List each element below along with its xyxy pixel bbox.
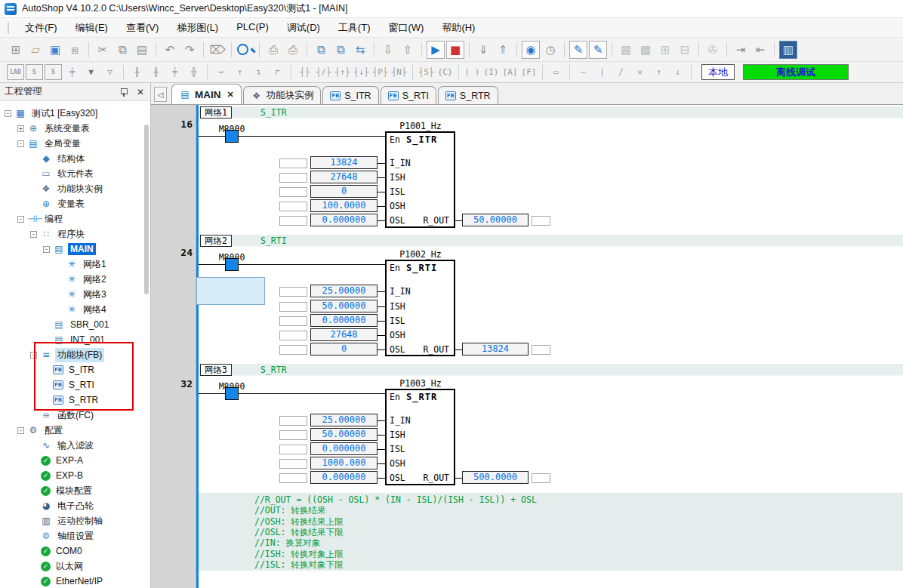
window-export-icon[interactable]: ⧉ — [331, 41, 350, 59]
input-value-box[interactable]: 0 — [310, 185, 378, 198]
coil-out-icon[interactable]: ( ) — [464, 64, 481, 80]
input-value-box[interactable]: 0.000000 — [310, 214, 378, 226]
input-handle-box[interactable] — [279, 345, 307, 355]
tree-item-network-3[interactable]: ✳网络3 — [0, 287, 150, 302]
tree-item-module-config[interactable]: ✓模块配置 — [0, 483, 150, 498]
input-value-box[interactable]: 25.00000 — [310, 285, 378, 297]
tree-expander-icon[interactable]: - — [30, 231, 37, 238]
draw-vline-icon[interactable]: | — [593, 64, 611, 80]
local-button[interactable]: 本地 — [701, 64, 735, 80]
clear-coil-icon[interactable]: {C} — [436, 64, 454, 80]
new-file-icon[interactable]: ⊞ — [7, 41, 25, 59]
row-spread-icon[interactable]: ⊞ — [656, 41, 674, 59]
tree-item-e-cam[interactable]: ◕电子凸轮 — [0, 498, 150, 513]
tree-item-ethernet[interactable]: ✓以太网 — [0, 559, 150, 574]
function-block[interactable]: EnS_ITRI_INISHISLOSHOSLR_OUT — [385, 131, 455, 228]
tree-item-program-blocks[interactable]: -∷程序块 — [0, 226, 150, 242]
branch-open-icon[interactable]: ╂ — [128, 64, 146, 80]
tree-expander-icon[interactable]: - — [30, 352, 37, 359]
tab-s-rti[interactable]: FBS_RTI — [381, 86, 436, 104]
tree-item-project-root[interactable]: -▦测试1 [Easy320] — [0, 106, 150, 121]
trace-icon[interactable]: ◷ — [541, 41, 559, 59]
tree-item-network-2[interactable]: ✳网络2 — [0, 272, 150, 287]
function-block[interactable]: EnS_RTRI_INISHISLOSHOSLR_OUT — [385, 389, 455, 485]
tree-expander-icon[interactable]: + — [17, 125, 24, 132]
tree-item-system-var-table[interactable]: +⊕系统变量表 — [0, 121, 150, 136]
print-preview-icon[interactable]: ⎙ — [264, 41, 282, 59]
contact-m8000[interactable] — [225, 130, 239, 143]
tree-item-exp-b[interactable]: ✓EXP-B — [0, 468, 150, 483]
contact-closed-icon[interactable]: ┤/├ — [315, 64, 332, 80]
tree-item-fc-folder[interactable]: ≡函数(FC) — [0, 408, 150, 423]
tree-item-var-table[interactable]: ⊕变量表 — [0, 196, 150, 211]
tree-scrollbar[interactable] — [144, 125, 149, 294]
download-list-icon[interactable]: ⇩ — [379, 41, 397, 59]
input-handle-box[interactable] — [279, 473, 307, 483]
download-icon[interactable]: ⇓ — [474, 41, 492, 59]
contact-n-icon[interactable]: ┤N├ — [390, 64, 408, 80]
tree-item-global-vars[interactable]: -▤全局变量 — [0, 136, 150, 151]
tree-item-config[interactable]: -⚙配置 — [0, 423, 150, 438]
tree-expander-icon[interactable]: - — [5, 110, 11, 117]
edit-mode-icon[interactable]: ✎ — [589, 41, 607, 59]
tree-item-axis-group[interactable]: ⚙轴组设置 — [0, 528, 150, 543]
tree-expander-icon[interactable]: - — [17, 216, 24, 223]
tree-item-exp-a[interactable]: ✓EXP-A — [0, 453, 150, 468]
comment-box-icon[interactable]: ▭ — [547, 64, 565, 80]
row-collapse-icon[interactable]: ⊟ — [676, 41, 694, 59]
tree-item-s-rti[interactable]: FBS_RTI — [0, 377, 150, 393]
tree-item-ethernet-ip[interactable]: ✓EtherNet/IP — [0, 574, 150, 587]
pin-icon[interactable] — [119, 87, 129, 97]
erase-line-icon[interactable]: ✕ — [631, 64, 649, 80]
redo-icon[interactable]: ↷ — [180, 41, 199, 59]
coil-func-icon[interactable]: [F] — [520, 64, 538, 80]
tree-item-struct[interactable]: ◆结构体 — [0, 151, 150, 166]
input-value-box[interactable]: 0.000000 — [310, 442, 378, 455]
input-handle-box[interactable] — [279, 416, 307, 426]
menu-debug[interactable]: 调试(D) — [278, 18, 329, 38]
tree-item-fb-instance[interactable]: ❖功能块实例 — [0, 181, 150, 196]
coil-set-icon[interactable]: [A] — [501, 64, 519, 80]
input-value-box[interactable]: 25.00000 — [310, 414, 378, 426]
input-handle-box[interactable] — [279, 173, 307, 183]
menu-ladder[interactable]: 梯形图(L) — [168, 18, 227, 38]
search-icon[interactable] — [236, 41, 254, 59]
output-value-box[interactable]: 50.00000 — [462, 214, 529, 226]
function-block[interactable]: EnS_RTII_INISHISLOSHOSLR_OUT — [385, 260, 455, 356]
input-value-box[interactable]: 0.000000 — [310, 471, 378, 484]
grid-delete-icon[interactable]: ▩ — [636, 41, 655, 59]
menu-tools[interactable]: 工具(T) — [329, 18, 380, 38]
contact-falling-icon[interactable]: ┤↓├ — [353, 64, 370, 80]
tree-item-input-filter[interactable]: ∿输入滤波 — [0, 438, 150, 453]
tree-item-int-001[interactable]: ▤INT_001 — [0, 332, 150, 347]
line-right-icon[interactable]: → — [212, 64, 230, 80]
tree-expander-icon[interactable]: - — [17, 427, 24, 434]
menu-plc[interactable]: PLC(P) — [227, 18, 278, 38]
sfc-badge-icon[interactable]: S — [45, 64, 62, 80]
run-icon[interactable]: ▶ — [427, 41, 445, 59]
input-handle-box[interactable] — [279, 202, 307, 211]
tab-main[interactable]: ▤MAIN✕ — [171, 84, 242, 104]
menu-file[interactable]: 文件(F) — [16, 18, 66, 38]
tree-item-sbr-001[interactable]: ▤SBR_001 — [0, 317, 150, 332]
input-value-box[interactable]: 0.000000 — [310, 314, 378, 327]
input-handle-box[interactable] — [279, 316, 307, 326]
coil-not-icon[interactable]: (I) — [482, 64, 500, 80]
device-test-icon[interactable]: ✇ — [704, 41, 722, 59]
tab-close-icon[interactable]: ✕ — [227, 90, 234, 100]
input-handle-box[interactable] — [279, 430, 307, 440]
tab-s-rtr[interactable]: FBS_RTR — [438, 86, 498, 104]
set-coil-icon[interactable]: ┤S├ — [418, 64, 435, 80]
input-handle-box[interactable] — [279, 445, 307, 454]
print-icon[interactable]: ⎙ — [284, 41, 302, 59]
stl-badge-icon[interactable]: S — [26, 64, 43, 80]
undo-icon[interactable]: ↶ — [161, 41, 179, 59]
contact-m8000[interactable] — [225, 258, 239, 271]
io-transfer-icon[interactable]: ⇆ — [351, 41, 369, 59]
tree-item-motion-axis[interactable]: ▥运动控制轴 — [0, 513, 150, 528]
table-view-icon[interactable]: ▥ — [779, 41, 797, 59]
delete-icon[interactable]: ⌦ — [208, 41, 227, 59]
output-value-box[interactable]: 500.0000 — [462, 471, 529, 484]
contact-m8000[interactable] — [225, 387, 239, 400]
move-up-icon[interactable]: ↑ — [650, 64, 667, 80]
